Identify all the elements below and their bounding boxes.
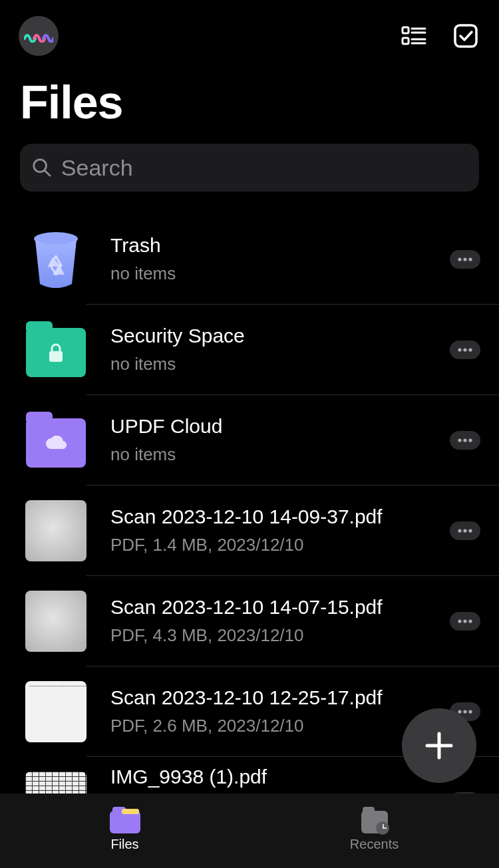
item-sub: PDF, 2.6 MB, 2023/12/10 [110, 716, 439, 736]
item-name: Scan 2023-12-10 14-07-15.pdf [110, 596, 439, 619]
item-name: Security Space [110, 325, 439, 347]
item-name: Trash [110, 234, 439, 257]
svg-point-15 [463, 348, 466, 351]
more-button[interactable] [450, 431, 480, 450]
file-thumbnail [25, 500, 86, 561]
item-name: Scan 2023-12-10 12-25-17.pdf [110, 686, 439, 709]
svg-point-25 [468, 619, 472, 623]
svg-line-8 [45, 171, 50, 176]
more-button[interactable] [450, 521, 480, 540]
list-item-updf-cloud[interactable]: UPDF Cloud no items [25, 395, 499, 486]
add-button[interactable] [402, 708, 476, 783]
topbar [0, 0, 499, 64]
item-sub: no items [110, 444, 439, 465]
list-item[interactable]: Scan 2023-12-10 14-07-15.pdf PDF, 4.3 MB… [25, 576, 499, 666]
list-item-security-space[interactable]: Security Space no items [25, 305, 499, 395]
item-sub: PDF, 1.4 MB, 2023/12/10 [110, 535, 439, 555]
search-bar[interactable] [20, 144, 479, 192]
svg-point-11 [463, 257, 466, 261]
svg-point-17 [458, 438, 461, 442]
search-icon [32, 157, 52, 178]
more-button[interactable] [450, 250, 480, 269]
svg-point-22 [468, 529, 472, 532]
svg-point-12 [468, 257, 472, 261]
app-logo[interactable] [19, 16, 59, 56]
page-title: Files [0, 64, 499, 138]
tab-recents[interactable]: Recents [250, 794, 499, 868]
file-thumbnail [25, 591, 86, 652]
security-folder-icon [25, 319, 86, 380]
svg-rect-13 [49, 351, 63, 362]
svg-rect-6 [455, 25, 476, 47]
list-item[interactable]: Scan 2023-12-10 14-09-37.pdf PDF, 1.4 MB… [25, 486, 499, 576]
tab-label: Files [110, 837, 138, 852]
cloud-icon [45, 436, 67, 452]
checkbox-icon [453, 23, 478, 49]
logo-wave-icon [24, 29, 53, 43]
svg-rect-0 [403, 27, 409, 33]
tab-bar: Files Recents [0, 794, 499, 868]
file-thumbnail: ▪▪▪▪▪▪▪▪▪▪▪▪▪▪▪▪▪▪▪▪▪▪▪▪▪▪▪▪▪▪▪▪▪▪▪▪▪▪▪▪… [25, 681, 86, 742]
svg-point-23 [458, 619, 461, 623]
list-item-trash[interactable]: Trash no items [25, 214, 499, 305]
select-button[interactable] [451, 21, 480, 51]
search-input[interactable] [61, 155, 467, 181]
svg-rect-3 [403, 38, 409, 44]
tab-label: Recents [350, 837, 399, 852]
item-sub: no items [110, 354, 439, 374]
more-button[interactable] [450, 341, 480, 359]
svg-point-26 [458, 710, 461, 713]
item-name: UPDF Cloud [110, 415, 439, 438]
svg-point-16 [468, 348, 472, 351]
svg-point-20 [458, 529, 461, 532]
svg-point-10 [458, 257, 461, 261]
view-toggle-button[interactable] [399, 21, 428, 51]
svg-point-27 [463, 710, 466, 713]
cloud-folder-icon [25, 410, 86, 471]
svg-point-28 [468, 710, 472, 713]
plus-icon [423, 730, 455, 762]
svg-point-21 [463, 529, 466, 532]
item-sub: no items [110, 263, 439, 284]
tab-files[interactable]: Files [0, 794, 250, 868]
svg-point-18 [463, 438, 466, 442]
item-sub: PDF, 4.3 MB, 2023/12/10 [110, 625, 439, 646]
lock-icon [47, 343, 65, 363]
recents-tab-icon [359, 810, 390, 834]
svg-point-14 [458, 348, 461, 351]
svg-point-24 [463, 619, 466, 623]
item-name: Scan 2023-12-10 14-09-37.pdf [110, 506, 439, 528]
trash-icon [25, 229, 86, 290]
svg-point-19 [468, 438, 472, 442]
item-name: IMG_9938 (1).pdf [110, 766, 439, 788]
files-tab-icon [110, 810, 140, 834]
list-view-icon [401, 23, 426, 49]
more-button[interactable] [450, 612, 480, 631]
